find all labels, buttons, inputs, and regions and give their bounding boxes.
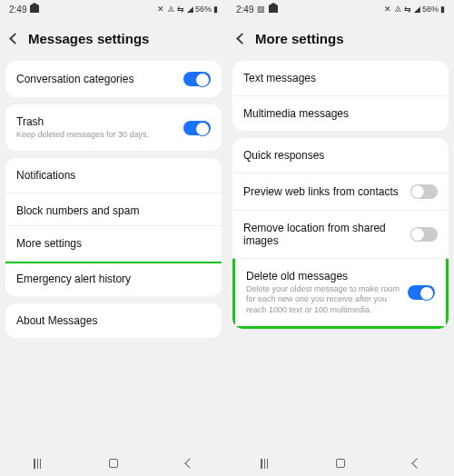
header: More settings xyxy=(227,18,454,57)
toggle-preview-links[interactable] xyxy=(410,184,438,199)
card-about: About Messages xyxy=(5,303,222,338)
row-sub: Keep deleted messages for 30 days. xyxy=(16,130,176,140)
status-time: 2:49 xyxy=(236,5,253,15)
toggle-delete-old[interactable] xyxy=(408,285,435,300)
toggle-remove-location[interactable] xyxy=(410,227,438,242)
status-battery-text: 56% xyxy=(195,5,212,14)
row-label: Multimedia messages xyxy=(243,107,349,120)
status-bar: 2:49 ✕ ⩓ ⇆ ◢ 56% ▮ xyxy=(0,0,227,18)
picture-icon: ▧ xyxy=(257,5,265,14)
row-label: Preview web links from contacts xyxy=(243,185,403,198)
card-message-types: Text messages Multimedia messages xyxy=(232,61,449,131)
row-quick-responses[interactable]: Quick responses xyxy=(232,138,449,173)
page-title: More settings xyxy=(255,31,344,46)
message-icon xyxy=(269,5,278,13)
back-icon[interactable] xyxy=(9,33,21,45)
nav-home-icon[interactable] xyxy=(336,459,345,468)
row-about-messages[interactable]: About Messages xyxy=(5,303,222,338)
toggle-conversation-categories[interactable] xyxy=(183,72,211,86)
row-multimedia-messages[interactable]: Multimedia messages xyxy=(232,95,449,131)
header: Messages settings xyxy=(0,18,227,57)
back-icon[interactable] xyxy=(236,33,248,45)
row-text-messages[interactable]: Text messages xyxy=(232,61,449,95)
card-trash: Trash Keep deleted messages for 30 days. xyxy=(5,104,222,151)
row-label: Trash xyxy=(16,115,176,128)
card-conversation: Conversation categories xyxy=(5,61,222,97)
row-notifications[interactable]: Notifications xyxy=(5,158,222,193)
row-block-spam[interactable]: Block numbers and spam xyxy=(5,193,222,228)
row-sub: Delete your oldest message to make room … xyxy=(246,284,400,315)
row-label: Conversation categories xyxy=(16,73,176,85)
row-label: Remove location from shared images xyxy=(243,222,403,247)
page-title: Messages settings xyxy=(28,31,149,46)
status-signal-icons: ✕ ⩓ ⇆ ◢ xyxy=(157,5,193,14)
row-conversation-categories[interactable]: Conversation categories xyxy=(5,61,222,97)
screen-messages-settings: 2:49 ✕ ⩓ ⇆ ◢ 56% ▮ Messages settings Con… xyxy=(0,0,227,476)
row-preview-links[interactable]: Preview web links from contacts xyxy=(232,173,449,210)
nav-back-icon[interactable] xyxy=(411,458,421,468)
row-more-settings[interactable]: More settings xyxy=(5,225,222,263)
screen-more-settings: 2:49 ▧ ✕ ⩓ ⇆ ◢ 56% ▮ More settings Text … xyxy=(227,0,454,476)
row-label: Quick responses xyxy=(243,149,324,162)
row-label: About Messages xyxy=(16,314,97,327)
row-label: Text messages xyxy=(243,72,316,84)
row-trash[interactable]: Trash Keep deleted messages for 30 days. xyxy=(5,104,222,151)
battery-icon: ▮ xyxy=(213,5,218,14)
battery-icon: ▮ xyxy=(440,5,445,14)
nav-recents-icon[interactable] xyxy=(261,459,268,469)
card-main-list: Notifications Block numbers and spam Mor… xyxy=(5,158,222,296)
status-signal-icons: ✕ ⩓ ⇆ ◢ xyxy=(384,5,420,14)
message-icon xyxy=(30,5,39,13)
status-time: 2:49 xyxy=(9,5,26,15)
row-label: Delete old messages xyxy=(246,270,400,283)
status-bar: 2:49 ▧ ✕ ⩓ ⇆ ◢ 56% ▮ xyxy=(227,0,454,18)
row-label: More settings xyxy=(16,237,82,250)
nav-home-icon[interactable] xyxy=(109,459,118,468)
card-more-options: Quick responses Preview web links from c… xyxy=(232,138,449,329)
row-label: Notifications xyxy=(16,169,75,182)
row-label: Emergency alert history xyxy=(16,273,131,285)
row-emergency-alert[interactable]: Emergency alert history xyxy=(5,261,222,296)
nav-recents-icon[interactable] xyxy=(34,459,41,469)
status-battery-text: 56% xyxy=(422,5,439,14)
row-delete-old-messages[interactable]: Delete old messages Delete your oldest m… xyxy=(232,258,449,329)
row-label: Block numbers and spam xyxy=(16,204,139,217)
nav-bar xyxy=(227,451,454,476)
nav-bar xyxy=(0,451,227,476)
nav-back-icon[interactable] xyxy=(184,458,194,468)
row-remove-location[interactable]: Remove location from shared images xyxy=(232,210,449,258)
toggle-trash[interactable] xyxy=(183,121,211,135)
